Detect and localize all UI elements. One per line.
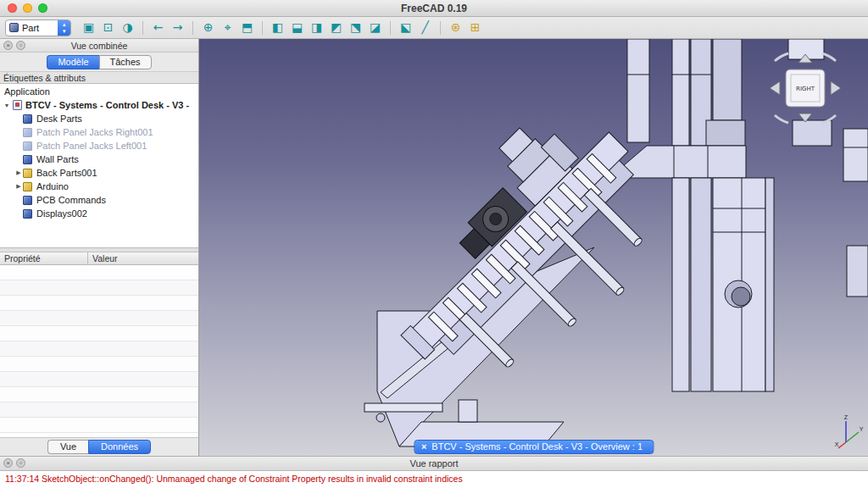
tree-root-application[interactable]: Application bbox=[0, 85, 198, 98]
panel-float-button[interactable]: ▫ bbox=[16, 41, 25, 50]
toolbar-separator bbox=[262, 21, 263, 35]
tab-tasks[interactable]: Tâches bbox=[99, 55, 152, 69]
box-selection-button[interactable]: ▣ bbox=[80, 19, 97, 36]
property-row bbox=[0, 296, 198, 311]
tree-document[interactable]: ▼ BTCV - Systems - Control Desk - V3 - bbox=[0, 98, 198, 112]
nav-up-arrow-icon bbox=[798, 54, 812, 63]
zoom-window-button[interactable] bbox=[38, 3, 47, 13]
workbench-dropdown-stepper[interactable]: ▲ ▼ bbox=[58, 20, 70, 36]
bottom-view-button[interactable]: ⬔ bbox=[347, 19, 364, 36]
toolbar-separator bbox=[192, 21, 193, 35]
panel-title: Vue combinée bbox=[71, 41, 128, 51]
axonometric-view-button[interactable]: ⬒ bbox=[238, 19, 256, 36]
expand-arrow-icon[interactable]: ▶ bbox=[14, 169, 23, 176]
tree-item-desk-parts[interactable]: Desk Parts bbox=[0, 112, 198, 125]
zoom-region-button[interactable]: ⊡ bbox=[99, 19, 117, 36]
document-label: BTCV - Systems - Control Desk - V3 - bbox=[25, 100, 189, 110]
draw-style-button[interactable]: ◑ bbox=[119, 19, 136, 36]
collapse-arrow-icon[interactable]: ▼ bbox=[3, 103, 11, 108]
box-selection-icon: ▣ bbox=[83, 20, 94, 34]
property-row bbox=[0, 387, 198, 402]
part-icon bbox=[23, 141, 32, 151]
document-tab[interactable]: × BTCV - Systems - Control Desk - V3 - O… bbox=[414, 440, 654, 454]
top-view-button[interactable]: ⬓ bbox=[288, 19, 306, 36]
toolbar-separator bbox=[142, 21, 143, 35]
left-view-icon: ◪ bbox=[370, 20, 381, 34]
panel-close-button[interactable]: × bbox=[3, 41, 13, 50]
titlebar: FreeCAD 0.19 bbox=[0, 0, 868, 17]
tab-donnees[interactable]: Données bbox=[88, 440, 151, 454]
axonometric-cube-icon: ⬒ bbox=[242, 20, 253, 34]
nav-back-button[interactable]: ← bbox=[149, 19, 167, 36]
property-row bbox=[0, 357, 198, 372]
freecad-window: FreeCAD 0.19 Part ▲ ▼ ▣ ⊡ ◑ ← → ⊕ ⌖ ⬒ ◧ … bbox=[0, 0, 868, 488]
zoom-region-icon: ⊡ bbox=[103, 20, 114, 34]
clipping-plane-button[interactable]: ⊛ bbox=[447, 19, 465, 36]
workbench-value: Part bbox=[22, 23, 58, 33]
nav-left-arrow-icon bbox=[770, 81, 780, 95]
combo-view-tabs: Modèle Tâches bbox=[0, 53, 198, 71]
column-value: Valeur bbox=[88, 252, 118, 264]
report-close-button[interactable]: × bbox=[3, 458, 13, 468]
window-controls bbox=[8, 3, 47, 13]
tree-header: Étiquettes & attributs bbox=[0, 71, 198, 84]
property-table-header: Propriété Valeur bbox=[0, 252, 198, 265]
right-view-icon: ◨ bbox=[311, 20, 322, 34]
3d-viewport[interactable]: RIGHT Z Y X × BTCV - Systems - Control D… bbox=[199, 39, 868, 456]
tree-item-back-parts[interactable]: ▶ Back Parts001 bbox=[0, 166, 198, 180]
forward-arrow-icon: → bbox=[173, 20, 183, 34]
tree-item-displays[interactable]: Displays002 bbox=[0, 207, 198, 220]
measure-icon: ╱ bbox=[421, 20, 428, 34]
tree-item-patch-panel-jacks-right[interactable]: Patch Panel Jacks Right001 bbox=[0, 125, 198, 139]
expand-arrow-icon[interactable]: ▶ bbox=[14, 183, 23, 190]
tab-model[interactable]: Modèle bbox=[47, 55, 98, 69]
z-axis-label: Z bbox=[844, 414, 849, 420]
tree-item-arduino[interactable]: ▶ Arduino bbox=[0, 180, 198, 193]
fit-all-icon: ⊕ bbox=[203, 20, 214, 34]
toolbar-separator bbox=[390, 21, 391, 35]
measure-distance-button[interactable]: ╱ bbox=[416, 19, 434, 36]
part-icon bbox=[23, 114, 32, 124]
top-view-icon: ⬓ bbox=[292, 20, 303, 34]
report-view-header: × ▫ Vue rapport bbox=[0, 456, 868, 471]
minimize-window-button[interactable] bbox=[23, 3, 32, 13]
tab-close-icon[interactable]: × bbox=[421, 441, 426, 452]
tab-vue[interactable]: Vue bbox=[47, 440, 88, 454]
navigation-cube[interactable]: RIGHT bbox=[763, 49, 848, 127]
group-icon bbox=[23, 182, 32, 191]
front-view-button[interactable]: ◧ bbox=[269, 19, 287, 36]
toggle-cross-button[interactable]: ⊞ bbox=[466, 19, 484, 36]
main-area: × ▫ Vue combinée Modèle Tâches Étiquette… bbox=[0, 39, 868, 456]
property-row bbox=[0, 341, 198, 357]
property-row bbox=[0, 402, 198, 418]
tree-item-pcb-commands[interactable]: PCB Commands bbox=[0, 193, 198, 207]
report-log: 11:37:14 SketchObject::onChanged(): Unma… bbox=[0, 471, 868, 488]
nav-forward-button[interactable]: → bbox=[169, 19, 186, 36]
right-view-button[interactable]: ◨ bbox=[308, 19, 326, 36]
window-title: FreeCAD 0.19 bbox=[0, 3, 868, 14]
fit-all-button[interactable]: ⊕ bbox=[199, 19, 217, 36]
document-icon bbox=[13, 100, 22, 110]
clipping-plane-icon: ⊛ bbox=[451, 20, 461, 34]
left-view-button[interactable]: ◪ bbox=[366, 19, 384, 36]
toggle-cross-icon: ⊞ bbox=[470, 20, 481, 34]
stepper-up-icon: ▲ bbox=[58, 21, 70, 28]
tree-item-wall-parts[interactable]: Wall Parts bbox=[0, 152, 198, 166]
back-arrow-icon: ← bbox=[153, 20, 164, 34]
iso-view-button[interactable]: ⬕ bbox=[397, 19, 415, 36]
group-icon bbox=[23, 169, 32, 178]
property-row bbox=[0, 280, 198, 296]
report-float-button[interactable]: ▫ bbox=[16, 458, 25, 468]
rear-view-button[interactable]: ◩ bbox=[327, 19, 345, 36]
zoom-in-button[interactable]: ⌖ bbox=[219, 19, 236, 36]
nav-down-arrow-icon bbox=[798, 114, 812, 122]
workbench-selector[interactable]: Part ▲ ▼ bbox=[5, 19, 71, 36]
close-window-button[interactable] bbox=[8, 3, 17, 13]
part-icon bbox=[23, 128, 32, 137]
zoom-in-icon: ⌖ bbox=[225, 20, 231, 34]
tree-item-patch-panel-jacks-left[interactable]: Patch Panel Jacks Left001 bbox=[0, 139, 198, 152]
part-workbench-icon bbox=[9, 23, 19, 32]
y-axis-label: Y bbox=[860, 426, 864, 432]
report-view-title: Vue rapport bbox=[409, 458, 458, 469]
property-table bbox=[0, 265, 198, 437]
